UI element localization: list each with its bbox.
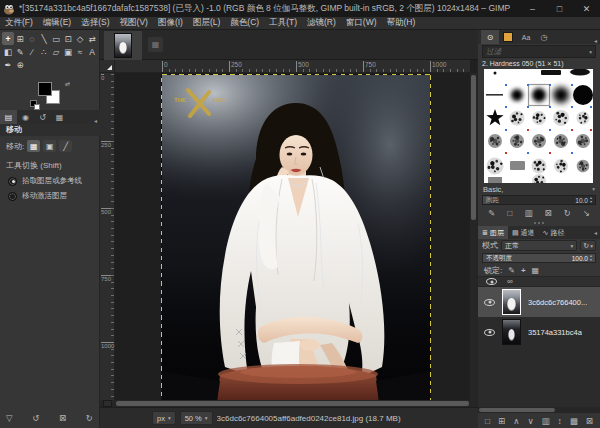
- tab-fonts[interactable]: Aa: [517, 30, 535, 44]
- visibility-column-icon[interactable]: [486, 278, 497, 285]
- lock-position-icon[interactable]: +: [521, 266, 526, 275]
- menu-view[interactable]: 视图(V): [115, 17, 153, 29]
- layer-visibility-icon[interactable]: [484, 329, 495, 336]
- spin-arrows-icon[interactable]: ▴▾: [590, 196, 592, 204]
- duplicate-layer-button[interactable]: ▥: [542, 416, 550, 426]
- lock-alpha-icon[interactable]: ▦: [532, 266, 540, 275]
- layer-row-2[interactable]: 35174a331bc4a: [478, 317, 600, 347]
- canvas-vertical-scrollbar[interactable]: [470, 73, 477, 400]
- delete-tool-preset-button[interactable]: ⊠: [59, 413, 66, 423]
- canvas-image[interactable]: THE KING: [162, 75, 430, 400]
- smudge-tool-icon[interactable]: ≈: [74, 45, 86, 58]
- brush-dock-menu-icon[interactable]: ◂: [591, 37, 600, 44]
- swap-colors-icon[interactable]: ⇄: [65, 80, 70, 87]
- menu-windows[interactable]: 窗口(W): [341, 17, 382, 29]
- tab-undo-history[interactable]: ↺: [34, 110, 51, 124]
- brush-filter-input[interactable]: 过滤 ▾: [482, 45, 596, 58]
- save-tool-preset-button[interactable]: ▽: [6, 413, 13, 423]
- canvas-viewport[interactable]: THE KING: [115, 73, 470, 400]
- bucket-fill-tool-icon[interactable]: ◧: [2, 45, 14, 58]
- refresh-brushes-button[interactable]: ↻: [564, 208, 571, 218]
- menu-file[interactable]: 文件(F): [0, 17, 38, 29]
- horizontal-ruler[interactable]: 0 250 500 750 1000: [115, 60, 470, 73]
- move-active-layer-radio[interactable]: [8, 192, 17, 201]
- layer-mode-dropdown[interactable]: 正常 ▾: [501, 240, 577, 251]
- link-column-icon[interactable]: ∞: [507, 277, 513, 286]
- tab-brushes[interactable]: ⊙: [481, 30, 499, 44]
- flip-tool-icon[interactable]: ⇄: [86, 32, 98, 45]
- delete-layer-button[interactable]: ⊠: [586, 416, 593, 426]
- measure-tool-icon[interactable]: ╲: [38, 32, 50, 45]
- paintbrush-tool-icon[interactable]: ✎: [14, 45, 26, 58]
- tab-tool-options[interactable]: ▤: [0, 110, 17, 124]
- brush-tags-dropdown[interactable]: Basic, ▾: [478, 183, 600, 195]
- text-tool-icon[interactable]: A: [86, 45, 98, 58]
- add-layer-mask-button[interactable]: ▩: [570, 416, 578, 426]
- alignment-tool-icon[interactable]: ⊞: [14, 32, 26, 45]
- canvas-horizontal-scrollbar[interactable]: [115, 400, 470, 407]
- tab-document-history[interactable]: ◷: [535, 30, 553, 44]
- duplicate-brush-button[interactable]: ▥: [524, 208, 532, 218]
- clone-tool-icon[interactable]: ▣: [62, 45, 74, 58]
- layers-dock-menu-icon[interactable]: ◂: [591, 229, 600, 236]
- layer-scroll-thumb[interactable]: [479, 408, 555, 412]
- close-button[interactable]: ✕: [573, 0, 600, 17]
- tab-channels[interactable]: ▤ 通道: [508, 226, 539, 239]
- image-tab-extra-icon[interactable]: ▦: [148, 37, 163, 52]
- airbrush-tool-icon[interactable]: ∴: [38, 45, 50, 58]
- minimize-button[interactable]: –: [519, 0, 546, 17]
- edit-brush-button[interactable]: ✎: [488, 208, 495, 218]
- reset-colors-icon[interactable]: [30, 100, 37, 107]
- tab-images[interactable]: ▦: [51, 110, 68, 124]
- lower-layer-button[interactable]: ∨: [527, 416, 533, 426]
- tab-device-status[interactable]: ◉: [17, 110, 34, 124]
- rect-select-tool-icon[interactable]: ▭: [50, 32, 62, 45]
- tab-patterns[interactable]: [499, 30, 517, 44]
- image-tab[interactable]: [104, 31, 142, 60]
- eraser-tool-icon[interactable]: ▱: [50, 45, 62, 58]
- raise-layer-button[interactable]: ∧: [513, 416, 519, 426]
- layer-visibility-icon[interactable]: [484, 299, 495, 306]
- maximize-button[interactable]: □: [546, 0, 573, 17]
- quick-mask-toggle[interactable]: [103, 400, 112, 407]
- title-bar[interactable]: *[35174a331bc4a5f1667dafafc1587538] (已导入…: [0, 0, 600, 17]
- brush-spacing-slider[interactable]: 间距 10.0 ▴▾: [482, 195, 596, 205]
- opacity-slider[interactable]: 不透明度 100.0 ▴▾: [482, 253, 596, 263]
- reset-tool-options-button[interactable]: ↻: [86, 413, 93, 423]
- mode-group-switch-button[interactable]: ↻ ▾: [580, 240, 596, 251]
- open-brush-as-image-button[interactable]: ↘: [583, 208, 590, 218]
- new-brush-button[interactable]: □: [507, 208, 512, 218]
- layer-row-1[interactable]: 3c6dc6c766400...: [478, 287, 600, 317]
- move-layer-button[interactable]: ▦: [27, 140, 40, 152]
- new-layer-button[interactable]: □: [485, 416, 490, 426]
- move-selection-button[interactable]: ▣: [43, 140, 56, 152]
- move-tool-icon[interactable]: +: [2, 32, 14, 45]
- menu-colors[interactable]: 颜色(C): [225, 17, 264, 29]
- layer-list-scrollbar[interactable]: [478, 407, 600, 413]
- lock-pixels-icon[interactable]: ✎: [508, 266, 515, 275]
- crop-tool-icon[interactable]: ⊡: [62, 32, 74, 45]
- restore-tool-preset-button[interactable]: ↺: [32, 413, 39, 423]
- spin-arrows-icon[interactable]: ▴▾: [590, 254, 592, 262]
- pick-layer-radio[interactable]: [8, 177, 17, 186]
- new-layer-group-button[interactable]: ⊞: [498, 416, 505, 426]
- menu-edit[interactable]: 编辑(E): [38, 17, 76, 29]
- menu-filters[interactable]: 滤镜(R): [302, 17, 341, 29]
- merge-down-button[interactable]: ↕: [558, 416, 562, 426]
- menu-layer[interactable]: 图层(L): [188, 17, 225, 29]
- vertical-ruler[interactable]: 0 250 500 750 1000: [100, 73, 115, 400]
- tab-layers[interactable]: ≣ 图层: [478, 226, 508, 239]
- unit-dropdown[interactable]: px ▾: [152, 411, 176, 425]
- foreground-color-swatch[interactable]: [38, 82, 52, 96]
- menu-tools[interactable]: 工具(T): [264, 17, 302, 29]
- menu-image[interactable]: 图像(I): [153, 17, 188, 29]
- hscroll-thumb[interactable]: [116, 401, 469, 406]
- menu-select[interactable]: 选择(S): [76, 17, 114, 29]
- dock-menu-icon[interactable]: ◂: [91, 117, 100, 124]
- free-select-tool-icon[interactable]: ◌: [26, 32, 38, 45]
- pencil-tool-icon[interactable]: ∕: [26, 45, 38, 58]
- zoom-tool-icon[interactable]: ⊕: [14, 58, 26, 71]
- delete-brush-button[interactable]: ⊠: [544, 208, 551, 218]
- zoom-dropdown[interactable]: 50 % ▾: [180, 411, 213, 425]
- menu-help[interactable]: 帮助(H): [381, 17, 420, 29]
